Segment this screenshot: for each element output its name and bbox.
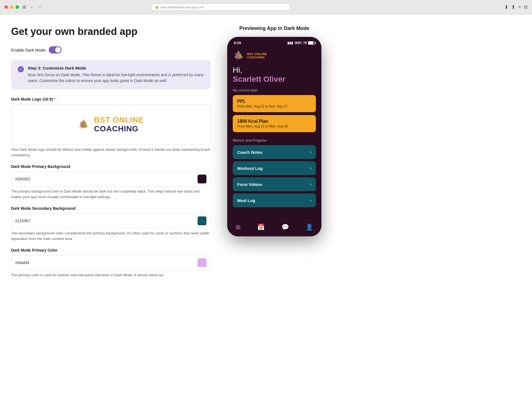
logo-hint-text: Your Dark Mode logo should be distinct a… [11, 147, 211, 158]
primary-bg-label: Dark Mode Primary Background [11, 164, 211, 169]
nav-home-icon[interactable]: ⊞ [236, 224, 241, 231]
primary-color-value: #ddabf4 [15, 260, 198, 265]
secondary-bg-hint: The secondary background color complemen… [11, 231, 211, 241]
brand-name-line2: COACHING [247, 56, 267, 59]
plan-name-kcal: 1800 Kcal Plan [237, 119, 311, 124]
share-button[interactable]: ⬆ [511, 4, 515, 10]
battery-percent: 79 [303, 41, 307, 45]
menu-item-workout-log[interactable]: Workout Log › [233, 161, 316, 175]
download-button[interactable]: ⬇ [504, 4, 508, 10]
coach-notes-text: Coach Notes [237, 150, 263, 155]
info-step-title: Step 3: Customize Dark Mode [28, 66, 205, 70]
bst-logo-icon [78, 119, 89, 130]
required-marker: * [54, 97, 55, 101]
dark-mode-label: Enable Dark Mode [11, 48, 45, 52]
bottom-nav: ⊞ 📅 💬 👤 [227, 220, 321, 236]
metrics-label: Metrics and Progress [227, 135, 321, 145]
logo-field-label: Dark Mode Logo (16:9)* [11, 97, 211, 101]
minimize-button[interactable] [10, 5, 14, 9]
logo-upload-area[interactable]: BST ONLINE COACHING [11, 104, 211, 145]
address-bar[interactable]: 🔒 https://dashboard.lvlup-app.com [151, 4, 290, 11]
meal-log-text: Meal Log [237, 198, 255, 203]
plan-card-ppl[interactable]: PPL From Mon, Aug 21 to Sun, Sep 17 [233, 95, 316, 112]
secondary-bg-swatch[interactable] [198, 216, 206, 225]
page-content: Get your own branded app Enable Dark Mod… [0, 14, 532, 399]
menu-item-form-videos[interactable]: Form Videos › [233, 177, 316, 191]
dark-mode-toggle[interactable] [49, 46, 62, 53]
chevron-right-icon: › [310, 198, 311, 203]
left-panel: Get your own branded app Enable Dark Mod… [11, 25, 211, 388]
logo-brand-line1: BST ONLINE [94, 116, 144, 124]
chevron-right-icon: › [310, 182, 311, 187]
primary-color-field: Dark Mode Primary Color #ddabf4 The prim… [11, 248, 211, 278]
status-bar: 8:29 ▮▮▮ WiFi 79 [227, 37, 321, 47]
tabs-button[interactable]: ⧉ [524, 4, 528, 10]
menu-item-coach-notes[interactable]: Coach Notes › [233, 145, 316, 159]
maximize-button[interactable] [16, 5, 19, 9]
plan-name-ppl: PPL [237, 99, 311, 104]
current-plan-label: My current plan [227, 88, 321, 95]
primary-color-swatch[interactable] [198, 258, 206, 267]
primary-bg-value: #2b0d22 [15, 177, 198, 181]
app-logo-icon [233, 50, 244, 62]
forward-button[interactable]: › [37, 4, 42, 10]
plan-dates-ppl: From Mon, Aug 21 to Sun, Sep 17 [237, 104, 311, 108]
page-title: Get your own branded app [11, 25, 211, 37]
chevron-right-icon: › [310, 150, 311, 155]
logo-field-section: Dark Mode Logo (16:9)* BST ONLINE COACHI… [11, 97, 211, 158]
greeting-name: Scarlett Oliver [233, 75, 316, 84]
lock-icon: 🔒 [155, 5, 159, 9]
phone-screen: 8:29 ▮▮▮ WiFi 79 [227, 37, 321, 236]
nav-calendar-icon[interactable]: 📅 [257, 224, 265, 231]
workout-log-text: Workout Log [237, 166, 263, 171]
secondary-bg-value: #125967 [15, 219, 198, 223]
close-button[interactable] [4, 5, 8, 9]
primary-color-hint: The primary color is used for buttons an… [11, 272, 211, 278]
browser-chrome: ⊞ ‹ › 🔒 https://dashboard.lvlup-app.com … [0, 0, 532, 14]
info-text: Step 3: Customize Dark Mode Now, let's f… [28, 66, 205, 84]
logo-brand-line2: COACHING [94, 124, 144, 133]
primary-bg-field: Dark Mode Primary Background #2b0d22 The… [11, 164, 211, 200]
phone-frame: 8:29 ▮▮▮ WiFi 79 [227, 37, 321, 236]
primary-bg-swatch[interactable] [198, 175, 206, 183]
plan-card-kcal[interactable]: 1800 Kcal Plan From Mon, Aug 21 to Mon, … [233, 115, 316, 132]
right-panel: Previewing App in Dark Mode 8:29 ▮▮▮ WiF… [227, 25, 321, 388]
menu-item-meal-log[interactable]: Meal Log › [233, 193, 316, 207]
form-videos-text: Form Videos [237, 182, 262, 187]
secondary-bg-input-row[interactable]: #125967 [11, 213, 211, 228]
greeting-hi: Hi, [233, 66, 316, 75]
primary-color-label: Dark Mode Primary Color [11, 248, 211, 252]
new-tab-button[interactable]: + [518, 4, 521, 10]
logo-placeholder: BST ONLINE COACHING [78, 116, 144, 133]
sidebar-toggle-button[interactable]: ⊞ [22, 4, 26, 10]
primary-bg-input-row[interactable]: #2b0d22 [11, 172, 211, 186]
info-box: i Step 3: Customize Dark Mode Now, let's… [11, 60, 211, 89]
time-display: 8:29 [234, 41, 241, 45]
brand-name: BST ONLINE COACHING [247, 52, 267, 59]
browser-actions: ⬇ ⬆ + ⧉ [504, 4, 528, 10]
dark-mode-toggle-row: Enable Dark Mode [11, 46, 211, 53]
app-header: BST ONLINE COACHING [227, 47, 321, 66]
primary-color-input-row[interactable]: #ddabf4 [11, 255, 211, 270]
info-body-text: Now, let's focus on Dark Mode. This them… [28, 72, 205, 84]
signal-icon: ▮▮▮ [287, 41, 293, 45]
brand-name-line1: BST ONLINE [247, 52, 267, 56]
battery-fill [308, 42, 313, 44]
logo-text-part: BST ONLINE COACHING [94, 116, 144, 133]
chevron-right-icon: › [310, 166, 311, 171]
back-button[interactable]: ‹ [29, 4, 34, 10]
url-text: https://dashboard.lvlup-app.com [160, 6, 204, 9]
primary-bg-hint: The primary background color in Dark Mod… [11, 189, 211, 200]
traffic-lights [4, 5, 19, 9]
secondary-bg-field: Dark Mode Secondary Background #125967 T… [11, 206, 211, 241]
info-icon: i [18, 66, 24, 72]
nav-profile-icon[interactable]: 👤 [306, 224, 313, 231]
battery-icon [308, 41, 315, 45]
greeting-section: Hi, Scarlett Oliver [227, 66, 321, 88]
secondary-bg-label: Dark Mode Secondary Background [11, 206, 211, 211]
status-icons: ▮▮▮ WiFi 79 [287, 41, 315, 45]
svg-marker-4 [79, 119, 89, 128]
preview-title: Previewing App in Dark Mode [239, 25, 309, 31]
wifi-icon: WiFi [295, 41, 301, 45]
nav-chat-icon[interactable]: 💬 [282, 224, 289, 231]
